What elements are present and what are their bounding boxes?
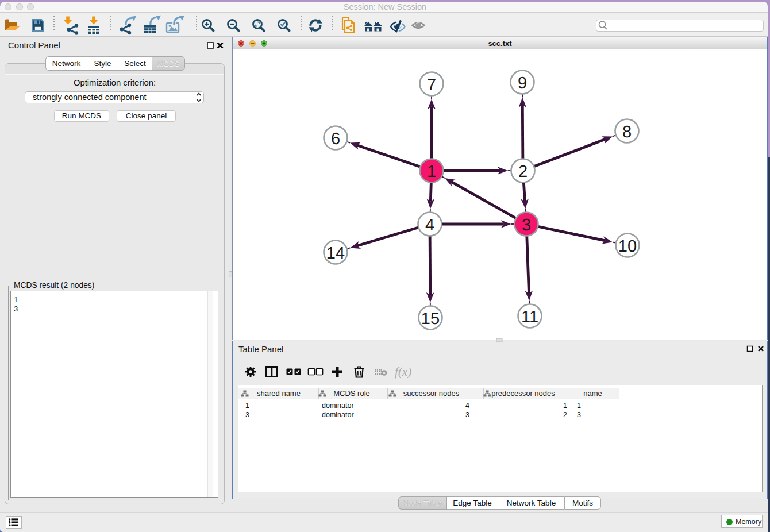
svg-text:f(x): f(x) xyxy=(395,365,411,379)
svg-text:3: 3 xyxy=(522,216,531,234)
svg-text:10: 10 xyxy=(618,237,637,256)
svg-text:8: 8 xyxy=(622,123,632,141)
svg-text:9: 9 xyxy=(518,74,527,92)
svg-text:15: 15 xyxy=(421,310,440,328)
svg-text:7: 7 xyxy=(427,76,436,94)
svg-text:14: 14 xyxy=(326,244,345,263)
svg-text:6: 6 xyxy=(331,130,340,148)
svg-text:1: 1 xyxy=(427,163,436,181)
svg-text:11: 11 xyxy=(521,308,538,326)
svg-text:2: 2 xyxy=(518,163,528,181)
svg-text:4: 4 xyxy=(425,216,434,234)
